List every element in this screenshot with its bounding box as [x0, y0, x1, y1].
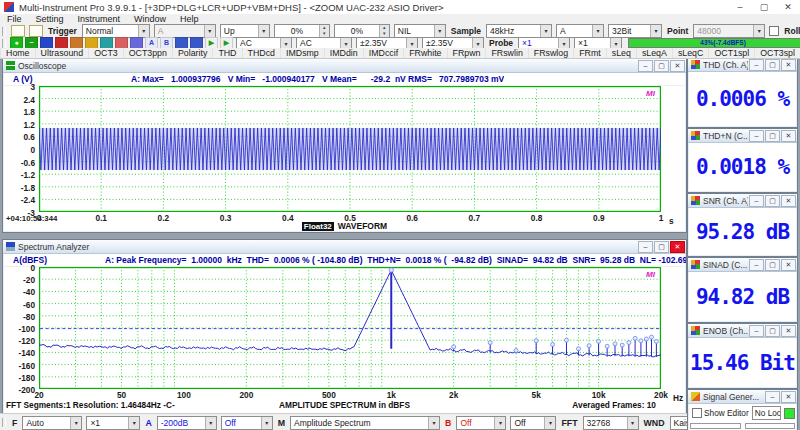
panel-button-frswlog[interactable]: FRswlog — [528, 48, 573, 58]
minimize-icon[interactable]: – — [749, 130, 764, 142]
maximize-icon[interactable]: ▢ — [765, 325, 780, 337]
chevron-down-icon — [558, 38, 569, 48]
panel-button-sleqa[interactable]: sLeqA — [636, 48, 672, 58]
minimize-icon[interactable]: – — [749, 325, 764, 337]
spectrum-titlebar[interactable]: Spectrum Analyzer – ▢ ✕ — [3, 240, 686, 254]
b-processing-select[interactable]: Off — [510, 416, 556, 430]
panel-button-oct1spl[interactable]: OCT1spl — [708, 48, 754, 58]
loopback-select[interactable]: No Loopback — [752, 406, 781, 420]
sample-channel-select[interactable]: A — [556, 24, 604, 38]
meter-titlebar[interactable]: ENOB (Ch...–▢✕ — [688, 324, 797, 338]
meter-value: 15.46 Bit — [688, 338, 797, 388]
close-icon[interactable]: ✕ — [781, 259, 796, 271]
meter-titlebar[interactable]: SINAD (C...–▢✕ — [688, 258, 797, 272]
minimize-icon[interactable]: – — [638, 60, 653, 72]
panel-button-polarity[interactable]: Polarity — [172, 48, 212, 58]
oscilloscope-titlebar[interactable]: Oscilloscope – ▢ ✕ — [3, 59, 686, 73]
panel-button-thdcd[interactable]: THDcd — [242, 48, 280, 58]
trigger-hpf-select[interactable]: NIL — [394, 24, 446, 38]
maximize-icon[interactable]: ▢ — [765, 259, 780, 271]
panel-button-oct3[interactable]: OCT3 — [88, 48, 123, 58]
frequency-axis-select[interactable]: Auto — [22, 416, 82, 430]
minimize-icon[interactable]: – — [749, 59, 764, 71]
save-file-icon[interactable] — [29, 25, 43, 37]
panel-button-thd[interactable]: THD — [212, 48, 241, 58]
maximize-icon[interactable]: ▢ — [654, 60, 669, 72]
toolbar-grip[interactable] — [2, 418, 6, 427]
toolbar-grip[interactable] — [2, 39, 6, 48]
spectrum-plot-area[interactable]: MI — [39, 267, 661, 389]
trigger-edge-select[interactable]: Up — [220, 24, 270, 38]
meter-titlebar[interactable]: THD+N (C...–▢✕ — [688, 129, 797, 143]
trigger-toolbar: Trigger Normal A Up 0% 0% NIL Sample 48k… — [0, 24, 800, 38]
maximize-icon[interactable]: ▢ — [765, 130, 780, 142]
record-points-select[interactable]: 48000 — [693, 24, 765, 38]
close-icon[interactable]: ✕ — [781, 391, 796, 403]
maximize-icon[interactable]: ▢ — [765, 59, 780, 71]
panel-button-imdsmp[interactable]: IMDsmp — [280, 48, 324, 58]
close-icon[interactable]: ✕ — [781, 325, 796, 337]
sample-rate-select[interactable]: 48kHz — [486, 24, 552, 38]
close-icon[interactable]: ✕ — [781, 59, 796, 71]
panel-button-sleq[interactable]: sLeq — [606, 48, 636, 58]
panel-button-imddin[interactable]: IMDdin — [324, 48, 363, 58]
trigger-delay-stepper[interactable]: 0% — [334, 24, 390, 38]
minimize-icon[interactable]: – — [638, 241, 653, 253]
panel-button-frswlin[interactable]: FRswlin — [485, 48, 527, 58]
maximize-icon[interactable]: ▢ — [752, 0, 776, 14]
panel-button-frmt[interactable]: FRmt — [573, 48, 606, 58]
chevron-down-icon — [261, 417, 272, 429]
close-icon[interactable]: ✕ — [776, 0, 800, 14]
menu-item-window[interactable]: Window — [127, 14, 173, 24]
a-range-select[interactable]: -200dB — [157, 416, 217, 430]
clipped-combo[interactable] — [690, 423, 741, 429]
panel-button-oct3ppn[interactable]: OCT3ppn — [123, 48, 172, 58]
close-icon[interactable]: ✕ — [670, 60, 685, 72]
toolbar-grip[interactable] — [2, 27, 6, 36]
panel-button-imdccif[interactable]: IMDccif — [363, 48, 403, 58]
meter-titlebar[interactable]: SNR (Ch. A)–▢✕ — [688, 194, 797, 208]
menu-item-setting[interactable]: Setting — [29, 14, 71, 24]
menu-item-help[interactable]: Help — [173, 14, 206, 24]
probe-label: Probe — [489, 38, 513, 48]
spinner-arrows-icon[interactable] — [319, 25, 329, 37]
minimize-icon[interactable]: – — [728, 0, 752, 14]
show-editor-checkbox[interactable] — [692, 408, 702, 418]
scope-caption-text: WAVEFORM — [338, 221, 387, 231]
meter-titlebar[interactable]: THD (Ch. A)–▢✕ — [688, 58, 797, 72]
close-icon[interactable]: ✕ — [781, 195, 796, 207]
menu-item-instrument[interactable]: Instrument — [71, 14, 128, 24]
close-icon[interactable]: ✕ — [781, 130, 796, 142]
panel-button-oct3spl[interactable]: OCT3spl — [754, 48, 800, 58]
maximize-icon[interactable]: ▢ — [654, 241, 669, 253]
zoom-select[interactable]: ×1 — [86, 416, 140, 430]
scope-plot-area[interactable]: MI — [39, 86, 661, 212]
panel-button-sleqc[interactable]: sLeqC — [672, 48, 709, 58]
bit-depth-select[interactable]: 32Bit — [608, 24, 662, 38]
a-processing-select[interactable]: Off — [221, 416, 273, 430]
panel-button-ultrasound[interactable]: Ultrasound — [35, 48, 89, 58]
spectrum-mode-select[interactable]: Amplitude Spectrum — [290, 416, 440, 430]
panel-button-frpwn[interactable]: FRpwn — [447, 48, 486, 58]
roll-checkbox[interactable] — [769, 26, 779, 36]
trigger-mode-select[interactable]: Normal — [82, 24, 150, 38]
b-range-select[interactable]: Off — [456, 416, 506, 430]
signal-generator-titlebar[interactable]: Signal Gener... – ✕ — [688, 390, 797, 404]
input-level-text: 43%(-7.4dBFS) — [629, 39, 800, 47]
meter-icon — [691, 131, 700, 140]
trigger-source-select[interactable]: A — [154, 24, 216, 38]
minimize-icon[interactable]: – — [749, 259, 764, 271]
panel-button-frwhite[interactable]: FRwhite — [403, 48, 446, 58]
close-icon[interactable]: ✕ — [670, 241, 685, 253]
trigger-level-stepper[interactable]: 0% — [274, 24, 330, 38]
panel-button-home[interactable]: Home — [0, 48, 35, 58]
minimize-icon[interactable]: – — [765, 391, 780, 403]
clipped-combo[interactable] — [745, 423, 796, 429]
fft-size-select[interactable]: 32768 — [583, 416, 639, 430]
y-tick-label: -100 — [18, 324, 35, 334]
open-file-icon[interactable] — [11, 25, 25, 37]
maximize-icon[interactable]: ▢ — [765, 195, 780, 207]
minimize-icon[interactable]: – — [749, 195, 764, 207]
menu-item-file[interactable]: File — [0, 14, 29, 24]
spinner-arrows-icon[interactable] — [379, 25, 389, 37]
